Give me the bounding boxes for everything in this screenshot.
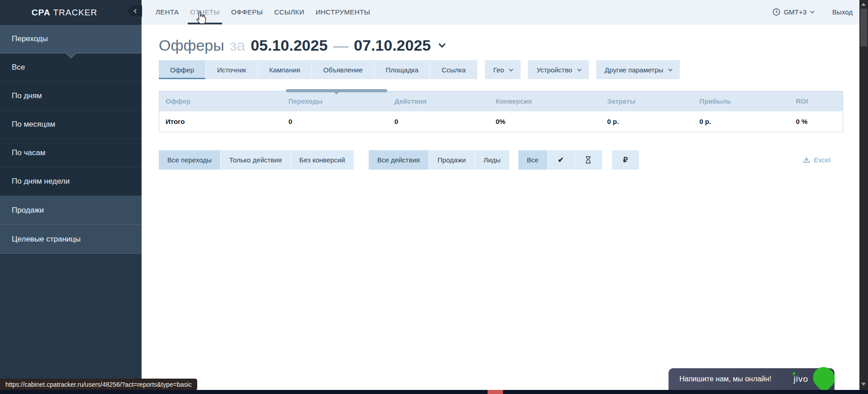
check-icon: ✔ <box>558 156 564 164</box>
geo-dropdown[interactable]: Гео <box>485 60 521 79</box>
chat-message: Напишите нам, мы онлайн! <box>679 375 771 383</box>
tab-kampaniya[interactable]: Кампания <box>258 60 312 79</box>
clock-icon <box>773 8 780 16</box>
filter-no-conversions[interactable]: Без конверсий <box>291 150 354 170</box>
total-conversion: 0% <box>489 111 601 132</box>
jivo-logo: jivo <box>793 374 808 384</box>
date-from[interactable]: 05.10.2025 <box>251 37 327 54</box>
chevron-down-icon <box>509 67 513 71</box>
app-logo: CPA TRACKER <box>32 8 97 18</box>
other-params-dropdown[interactable]: Другие параметры <box>596 60 680 79</box>
filter-approved-button[interactable]: ✔ <box>548 150 575 170</box>
actions-filter-group: Все действия Продажи Лиды <box>369 150 509 170</box>
total-costs: 0 р. <box>601 111 693 132</box>
sidebar-submenu: Все По дням По месяцам По часам По дням … <box>0 53 142 196</box>
currency-group: ₽ <box>612 150 639 170</box>
column-header-offer[interactable]: Оффер <box>159 91 282 111</box>
page-title: Офферы за 05.10.2025 — 07.10.2025 <box>159 37 859 54</box>
status-bar-url: https://cabinet.cpatracker.ru/users/4825… <box>0 379 197 390</box>
column-header-pribyl[interactable]: Прибыль <box>693 91 789 111</box>
chat-widget[interactable]: Напишите нам, мы онлайн! jivo <box>669 368 835 390</box>
tab-obyavlenie[interactable]: Объявление <box>312 60 375 79</box>
date-dash: — <box>333 37 348 54</box>
timezone-selector[interactable]: GMT+3 <box>773 8 813 16</box>
report-table: Оффер Переходы Действия Конверсия Затрат… <box>159 91 843 132</box>
scrollbar-thumb[interactable] <box>860 9 867 47</box>
sidebar: CPA TRACKER Переходы Все По дням По меся… <box>0 0 142 394</box>
column-scroll-indicator[interactable] <box>286 89 387 92</box>
logout-link[interactable]: Выход <box>832 8 853 16</box>
filter-leads[interactable]: Лиды <box>475 150 509 170</box>
filter-only-actions[interactable]: Только действия <box>221 150 291 170</box>
total-profit: 0 р. <box>693 111 789 132</box>
dropdown-label: Другие параметры <box>605 66 664 74</box>
sidebar-item-label: Целевые страницы <box>12 235 81 244</box>
date-range-chevron-icon[interactable] <box>438 41 446 48</box>
nav-item-offery[interactable]: ОФФЕРЫ <box>231 0 263 24</box>
report-preposition: за <box>230 37 246 54</box>
topbar-right: GMT+3 Выход <box>773 8 853 16</box>
scroll-up-arrow-icon[interactable] <box>861 3 866 6</box>
chevron-down-icon <box>668 67 673 71</box>
column-header-konversiya[interactable]: Конверсия <box>489 91 601 111</box>
total-roi: 0 % <box>790 111 843 132</box>
nav-item-instrumenty[interactable]: ИНСТРУМЕНТЫ <box>316 0 370 24</box>
report-table-wrap: Оффер Переходы Действия Конверсия Затрат… <box>159 91 843 132</box>
filter-pending-button[interactable] <box>575 150 602 170</box>
dropdown-label: Гео <box>493 66 504 74</box>
filter-sales[interactable]: Продажи <box>429 150 475 170</box>
tab-ploshchadka[interactable]: Площадка <box>375 60 431 79</box>
scroll-down-arrow-icon[interactable] <box>861 383 866 386</box>
filter-status-all[interactable]: Все <box>518 150 548 170</box>
taskbar-edge <box>0 390 868 394</box>
sidebar-item-label: По дням <box>12 91 42 100</box>
column-header-roi[interactable]: ROI <box>790 91 843 111</box>
report-content: Офферы за 05.10.2025 — 07.10.2025 Оффер … <box>142 24 859 170</box>
sidebar-item-label: Продажи <box>12 206 44 215</box>
dropdown-label: Устройство <box>536 66 572 74</box>
sidebar-item-label: По месяцам <box>12 120 55 129</box>
total-label: Итого <box>159 111 282 132</box>
sidebar-item-label: По часам <box>12 148 45 157</box>
logo-bar: CPA TRACKER <box>0 0 142 25</box>
filter-all-clicks[interactable]: Все переходы <box>159 150 221 170</box>
sidebar-item-perehody[interactable]: Переходы <box>0 25 142 53</box>
date-to[interactable]: 07.10.2025 <box>354 37 431 54</box>
sidebar-item-po-dnyam-nedeli[interactable]: По дням недели <box>0 167 142 196</box>
export-excel-link[interactable]: Excel <box>803 156 830 164</box>
device-dropdown[interactable]: Устройство <box>528 60 588 79</box>
sidebar-item-prodazhi[interactable]: Продажи <box>0 196 142 225</box>
nav-item-ssylki[interactable]: ССЫЛКИ <box>274 0 304 24</box>
filter-all-actions[interactable]: Все действия <box>369 150 429 170</box>
total-actions: 0 <box>388 111 489 132</box>
sidebar-item-po-dnyam[interactable]: По дням <box>0 82 142 110</box>
tab-ssylka[interactable]: Ссылка <box>430 60 477 79</box>
sidebar-item-celevye-stranicy[interactable]: Целевые страницы <box>0 225 142 254</box>
report-name: Офферы <box>159 37 224 54</box>
top-nav-items: ЛЕНТА ОТЧЕТЫ ОФФЕРЫ ССЫЛКИ ИНСТРУМЕНТЫ <box>156 0 370 24</box>
tab-offer[interactable]: Оффер <box>159 60 206 79</box>
nav-item-otchety[interactable]: ОТЧЕТЫ <box>190 0 220 24</box>
chevron-left-icon <box>134 9 138 14</box>
chevron-down-icon <box>577 67 582 71</box>
chevron-down-icon <box>810 9 815 14</box>
vertical-scrollbar[interactable] <box>859 0 868 394</box>
column-header-zatraty[interactable]: Затраты <box>601 91 693 111</box>
sidebar-item-po-mesyacam[interactable]: По месяцам <box>0 110 142 139</box>
sidebar-item-label: По дням недели <box>12 177 70 186</box>
sidebar-item-po-chasam[interactable]: По часам <box>0 139 142 167</box>
status-filter-group: Все ✔ <box>518 150 602 170</box>
top-navigation: ЛЕНТА ОТЧЕТЫ ОФФЕРЫ ССЫЛКИ ИНСТРУМЕНТЫ G… <box>142 0 859 24</box>
sidebar-item-label: Переходы <box>12 34 48 43</box>
tab-istochnik[interactable]: Источник <box>206 60 258 79</box>
download-icon <box>803 157 810 163</box>
logo-bold: CPA <box>32 8 51 17</box>
nav-item-lenta[interactable]: ЛЕНТА <box>156 0 179 24</box>
traffic-filter-group: Все переходы Только действия Без конверс… <box>159 150 354 170</box>
taskbar-accent <box>488 390 503 394</box>
sidebar-item-label: Все <box>12 63 25 72</box>
currency-rouble-button[interactable]: ₽ <box>612 150 639 170</box>
total-clicks: 0 <box>282 111 388 132</box>
table-header-row: Оффер Переходы Действия Конверсия Затрат… <box>159 91 843 111</box>
column-header-deystviya[interactable]: Действия <box>388 91 489 111</box>
